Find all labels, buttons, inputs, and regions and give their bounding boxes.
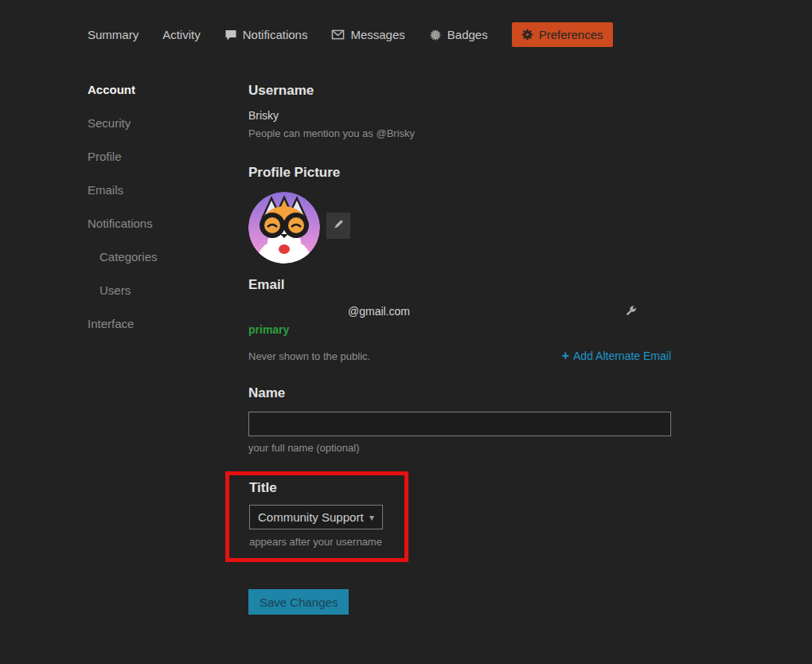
name-section: Name your full name (optional) — [248, 385, 671, 454]
email-heading: Email — [248, 277, 671, 293]
email-value: @gmail.com — [248, 305, 410, 318]
sidebar-item-users[interactable]: Users — [100, 283, 158, 297]
primary-email-badge: primary — [248, 323, 671, 336]
add-alternate-email-link[interactable]: + Add Alternate Email — [562, 349, 671, 363]
badge-seal-icon — [429, 29, 442, 41]
wrench-icon — [624, 308, 638, 320]
tab-notifications-label: Notifications — [243, 28, 308, 41]
envelope-icon — [331, 29, 345, 41]
name-heading: Name — [248, 385, 671, 401]
tab-messages-label: Messages — [350, 28, 404, 41]
plus-icon: + — [562, 349, 569, 363]
speech-bubble-icon — [224, 29, 237, 41]
profile-picture-section: Profile Picture — [248, 165, 671, 264]
sidebar-item-profile[interactable]: Profile — [88, 150, 158, 163]
edit-avatar-button[interactable] — [326, 213, 350, 239]
manage-email-button[interactable] — [624, 304, 638, 320]
avatar — [248, 192, 320, 264]
tab-badges[interactable]: Badges — [429, 28, 488, 41]
pencil-icon — [332, 218, 345, 233]
sidebar-item-notifications[interactable]: Notifications — [88, 217, 158, 230]
sidebar-item-security[interactable]: Security — [88, 116, 158, 130]
tab-messages[interactable]: Messages — [331, 28, 404, 41]
tab-activity[interactable]: Activity — [162, 28, 201, 41]
sidebar-item-emails[interactable]: Emails — [88, 183, 158, 197]
preferences-sidebar: Account Security Profile Emails Notifica… — [88, 83, 158, 350]
tab-preferences-label: Preferences — [539, 28, 603, 41]
save-changes-button[interactable]: Save Changes — [248, 589, 349, 615]
username-hint: People can mention you as @Brisky — [248, 127, 671, 139]
email-hint: Never shown to the public. — [248, 350, 370, 362]
title-select[interactable]: Community Support ▾ — [249, 505, 383, 529]
sidebar-item-categories[interactable]: Categories — [100, 250, 158, 264]
chevron-down-icon: ▾ — [369, 512, 374, 523]
tab-summary[interactable]: Summary — [88, 28, 139, 41]
profile-picture-heading: Profile Picture — [248, 165, 671, 181]
tab-summary-label: Summary — [88, 28, 139, 41]
tab-notifications[interactable]: Notifications — [224, 28, 308, 41]
add-alternate-email-label: Add Alternate Email — [573, 350, 671, 362]
tab-badges-label: Badges — [447, 28, 488, 41]
email-section: Email @gmail.com primary Never shown to … — [248, 277, 671, 363]
tab-activity-label: Activity — [162, 28, 201, 41]
name-hint: your full name (optional) — [248, 442, 671, 454]
title-section: Title Community Support ▾ appears after … — [229, 475, 404, 548]
username-heading: Username — [248, 83, 671, 99]
username-section: Username Brisky People can mention you a… — [248, 83, 671, 139]
title-hint: appears after your username — [249, 536, 404, 548]
user-nav: Summary Activity Notifications Messages … — [88, 22, 613, 47]
red-highlight-annotation: Title Community Support ▾ appears after … — [225, 471, 408, 562]
sidebar-item-account[interactable]: Account — [88, 83, 158, 96]
sidebar-item-interface[interactable]: Interface — [88, 317, 158, 330]
gear-icon — [521, 29, 533, 41]
full-name-input[interactable] — [248, 412, 671, 436]
title-selected-value: Community Support — [258, 510, 364, 524]
tab-preferences[interactable]: Preferences — [512, 22, 613, 47]
title-heading: Title — [249, 480, 404, 496]
username-value: Brisky — [248, 109, 671, 122]
